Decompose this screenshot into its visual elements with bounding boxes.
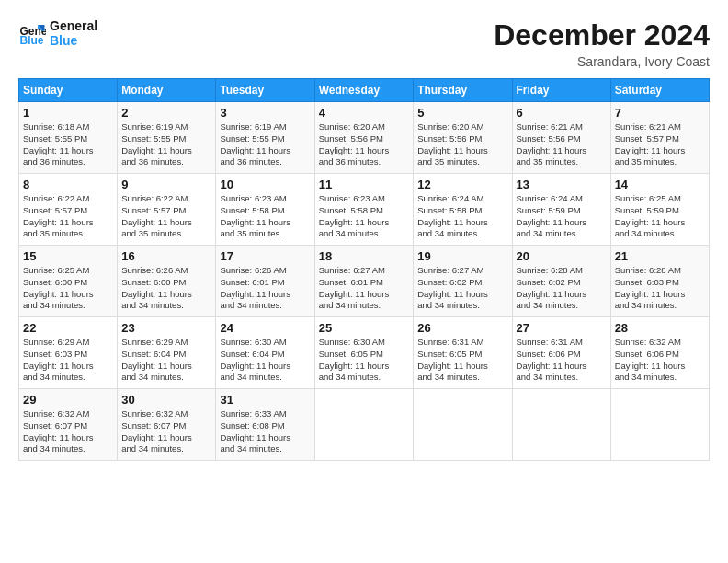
table-row: 9Sunrise: 6:22 AM Sunset: 5:57 PM Daylig…: [118, 174, 216, 246]
day-info: Sunrise: 6:31 AM Sunset: 6:06 PM Dayligh…: [517, 337, 607, 384]
table-row: 3Sunrise: 6:19 AM Sunset: 5:55 PM Daylig…: [216, 102, 314, 174]
table-row: 18Sunrise: 6:27 AM Sunset: 6:01 PM Dayli…: [314, 246, 414, 317]
table-row: 14Sunrise: 6:25 AM Sunset: 5:59 PM Dayli…: [610, 174, 709, 246]
table-row: 19Sunrise: 6:27 AM Sunset: 6:02 PM Dayli…: [414, 246, 512, 317]
day-info: Sunrise: 6:27 AM Sunset: 6:02 PM Dayligh…: [417, 265, 507, 312]
table-row: [610, 389, 709, 461]
svg-text:Blue: Blue: [20, 34, 44, 47]
day-number: 21: [615, 249, 705, 263]
table-row: 1Sunrise: 6:18 AM Sunset: 5:55 PM Daylig…: [19, 102, 118, 174]
calendar-week-row: 1Sunrise: 6:18 AM Sunset: 5:55 PM Daylig…: [19, 102, 710, 174]
day-number: 20: [517, 249, 607, 263]
day-info: Sunrise: 6:29 AM Sunset: 6:04 PM Dayligh…: [121, 337, 211, 384]
page: General Blue General Blue December 2024 …: [0, 0, 728, 563]
table-row: 12Sunrise: 6:24 AM Sunset: 5:58 PM Dayli…: [414, 174, 512, 246]
day-info: Sunrise: 6:27 AM Sunset: 6:01 PM Dayligh…: [319, 265, 410, 312]
table-row: 27Sunrise: 6:31 AM Sunset: 6:06 PM Dayli…: [512, 317, 610, 389]
table-row: 5Sunrise: 6:20 AM Sunset: 5:56 PM Daylig…: [414, 102, 512, 174]
day-info: Sunrise: 6:19 AM Sunset: 5:55 PM Dayligh…: [220, 121, 310, 168]
table-row: 21Sunrise: 6:28 AM Sunset: 6:03 PM Dayli…: [610, 246, 709, 317]
calendar: Sunday Monday Tuesday Wednesday Thursday…: [18, 78, 710, 461]
day-number: 8: [23, 178, 113, 191]
day-info: Sunrise: 6:33 AM Sunset: 6:08 PM Dayligh…: [220, 408, 310, 455]
day-number: 16: [121, 249, 211, 263]
day-number: 3: [220, 106, 310, 120]
table-row: 28Sunrise: 6:32 AM Sunset: 6:06 PM Dayli…: [610, 317, 709, 389]
table-row: 29Sunrise: 6:32 AM Sunset: 6:07 PM Dayli…: [19, 389, 118, 461]
day-info: Sunrise: 6:30 AM Sunset: 6:04 PM Dayligh…: [220, 337, 310, 384]
calendar-week-row: 8Sunrise: 6:22 AM Sunset: 5:57 PM Daylig…: [19, 174, 710, 246]
day-info: Sunrise: 6:20 AM Sunset: 5:56 PM Dayligh…: [417, 121, 507, 168]
col-monday: Monday: [118, 79, 216, 102]
table-row: 8Sunrise: 6:22 AM Sunset: 5:57 PM Daylig…: [19, 174, 118, 246]
table-row: 24Sunrise: 6:30 AM Sunset: 6:04 PM Dayli…: [216, 317, 314, 389]
day-number: 23: [121, 321, 211, 335]
day-number: 27: [517, 321, 607, 335]
day-number: 6: [517, 106, 607, 120]
day-number: 12: [417, 178, 507, 191]
logo-text-blue: Blue: [50, 33, 97, 48]
day-info: Sunrise: 6:21 AM Sunset: 5:56 PM Dayligh…: [517, 121, 607, 168]
day-info: Sunrise: 6:32 AM Sunset: 6:06 PM Dayligh…: [615, 337, 705, 384]
day-number: 25: [319, 321, 410, 335]
day-info: Sunrise: 6:21 AM Sunset: 5:57 PM Dayligh…: [615, 121, 705, 168]
day-info: Sunrise: 6:31 AM Sunset: 6:05 PM Dayligh…: [417, 337, 507, 384]
table-row: 2Sunrise: 6:19 AM Sunset: 5:55 PM Daylig…: [118, 102, 216, 174]
table-row: 7Sunrise: 6:21 AM Sunset: 5:57 PM Daylig…: [610, 102, 709, 174]
day-number: 1: [23, 106, 113, 120]
day-number: 18: [319, 249, 410, 263]
table-row: [414, 389, 512, 461]
table-row: 30Sunrise: 6:32 AM Sunset: 6:07 PM Dayli…: [118, 389, 216, 461]
day-info: Sunrise: 6:30 AM Sunset: 6:05 PM Dayligh…: [319, 337, 410, 384]
day-info: Sunrise: 6:25 AM Sunset: 5:59 PM Dayligh…: [615, 193, 705, 240]
day-number: 30: [121, 393, 211, 407]
table-row: 20Sunrise: 6:28 AM Sunset: 6:02 PM Dayli…: [512, 246, 610, 317]
day-number: 15: [23, 249, 113, 263]
calendar-header-row: Sunday Monday Tuesday Wednesday Thursday…: [19, 79, 710, 102]
table-row: 23Sunrise: 6:29 AM Sunset: 6:04 PM Dayli…: [118, 317, 216, 389]
month-title: December 2024: [494, 18, 710, 52]
table-row: 6Sunrise: 6:21 AM Sunset: 5:56 PM Daylig…: [512, 102, 610, 174]
table-row: 4Sunrise: 6:20 AM Sunset: 5:56 PM Daylig…: [314, 102, 414, 174]
day-number: 22: [23, 321, 113, 335]
day-number: 4: [319, 106, 410, 120]
calendar-week-row: 15Sunrise: 6:25 AM Sunset: 6:00 PM Dayli…: [19, 246, 710, 317]
table-row: 13Sunrise: 6:24 AM Sunset: 5:59 PM Dayli…: [512, 174, 610, 246]
logo-text-general: General: [50, 18, 97, 33]
day-number: 9: [121, 178, 211, 191]
day-info: Sunrise: 6:28 AM Sunset: 6:02 PM Dayligh…: [517, 265, 607, 312]
logo-icon: General Blue: [18, 19, 46, 47]
calendar-week-row: 29Sunrise: 6:32 AM Sunset: 6:07 PM Dayli…: [19, 389, 710, 461]
col-thursday: Thursday: [414, 79, 512, 102]
day-number: 14: [615, 178, 705, 191]
day-info: Sunrise: 6:32 AM Sunset: 6:07 PM Dayligh…: [23, 408, 113, 455]
table-row: 10Sunrise: 6:23 AM Sunset: 5:58 PM Dayli…: [216, 174, 314, 246]
day-info: Sunrise: 6:20 AM Sunset: 5:56 PM Dayligh…: [319, 121, 410, 168]
day-number: 26: [417, 321, 507, 335]
day-info: Sunrise: 6:32 AM Sunset: 6:07 PM Dayligh…: [121, 408, 211, 455]
day-number: 29: [23, 393, 113, 407]
table-row: 16Sunrise: 6:26 AM Sunset: 6:00 PM Dayli…: [118, 246, 216, 317]
table-row: [512, 389, 610, 461]
table-row: 25Sunrise: 6:30 AM Sunset: 6:05 PM Dayli…: [314, 317, 414, 389]
day-info: Sunrise: 6:24 AM Sunset: 5:58 PM Dayligh…: [417, 193, 507, 240]
title-area: December 2024 Sarandara, Ivory Coast: [494, 18, 710, 69]
location: Sarandara, Ivory Coast: [494, 54, 710, 69]
day-number: 11: [319, 178, 410, 191]
day-number: 2: [121, 106, 211, 120]
day-info: Sunrise: 6:29 AM Sunset: 6:03 PM Dayligh…: [23, 337, 113, 384]
logo: General Blue General Blue: [18, 18, 97, 48]
day-info: Sunrise: 6:26 AM Sunset: 6:00 PM Dayligh…: [121, 265, 211, 312]
day-info: Sunrise: 6:25 AM Sunset: 6:00 PM Dayligh…: [23, 265, 113, 312]
table-row: 11Sunrise: 6:23 AM Sunset: 5:58 PM Dayli…: [314, 174, 414, 246]
day-info: Sunrise: 6:22 AM Sunset: 5:57 PM Dayligh…: [23, 193, 113, 240]
table-row: [314, 389, 414, 461]
day-number: 10: [220, 178, 310, 191]
col-friday: Friday: [512, 79, 610, 102]
day-number: 7: [615, 106, 705, 120]
day-info: Sunrise: 6:18 AM Sunset: 5:55 PM Dayligh…: [23, 121, 113, 168]
day-info: Sunrise: 6:23 AM Sunset: 5:58 PM Dayligh…: [220, 193, 310, 240]
day-info: Sunrise: 6:28 AM Sunset: 6:03 PM Dayligh…: [615, 265, 705, 312]
day-info: Sunrise: 6:26 AM Sunset: 6:01 PM Dayligh…: [220, 265, 310, 312]
col-tuesday: Tuesday: [216, 79, 314, 102]
